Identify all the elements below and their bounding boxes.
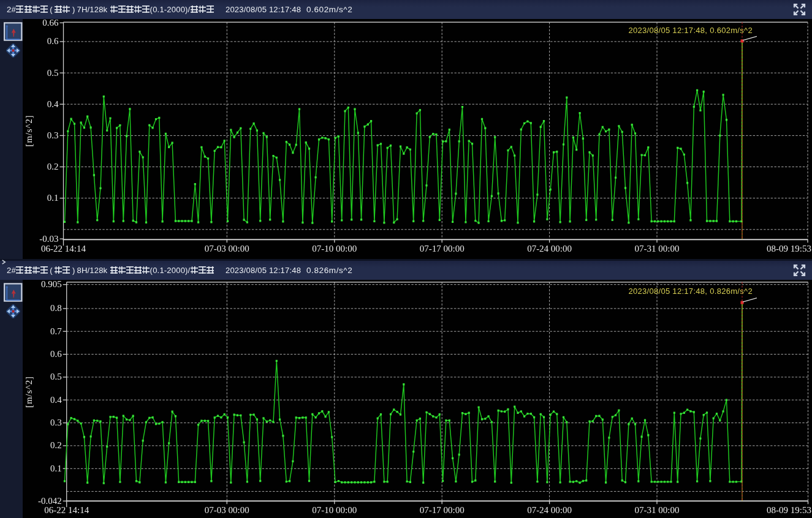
svg-text:08-09 19:53: 08-09 19:53 xyxy=(767,505,811,515)
svg-text:0.6: 0.6 xyxy=(47,36,59,46)
svg-text:0.3: 0.3 xyxy=(47,130,59,140)
svg-text:2023/08/05 12:17:48, 0.602m/s^: 2023/08/05 12:17:48, 0.602m/s^2 xyxy=(628,26,753,35)
svg-text:0.1: 0.1 xyxy=(47,193,59,203)
svg-text:0.4: 0.4 xyxy=(47,99,59,109)
svg-text:06-22 14:14: 06-22 14:14 xyxy=(44,505,89,515)
svg-text:0.3: 0.3 xyxy=(50,418,62,427)
svg-text:[m/s^2]: [m/s^2] xyxy=(24,376,34,408)
svg-text:0.2: 0.2 xyxy=(50,440,62,450)
svg-text:0.5: 0.5 xyxy=(47,68,59,78)
svg-text:07-24 00:00: 07-24 00:00 xyxy=(527,244,572,253)
svg-text:06-22 14:14: 06-22 14:14 xyxy=(41,244,86,253)
svg-text:07-03 00:00: 07-03 00:00 xyxy=(205,244,249,253)
svg-text:07-24 00:00: 07-24 00:00 xyxy=(527,505,572,515)
svg-text:0.2: 0.2 xyxy=(47,162,59,171)
svg-text:07-17 00:00: 07-17 00:00 xyxy=(420,244,465,253)
svg-text:0.7: 0.7 xyxy=(50,326,62,336)
svg-text:07-31 00:00: 07-31 00:00 xyxy=(635,244,680,253)
svg-text:07-17 00:00: 07-17 00:00 xyxy=(420,505,465,515)
svg-text:-0.042: -0.042 xyxy=(38,496,62,506)
svg-text:07-31 00:00: 07-31 00:00 xyxy=(635,505,680,515)
svg-text:0.6: 0.6 xyxy=(50,349,62,359)
svg-text:-0.03: -0.03 xyxy=(39,234,58,244)
svg-text:07-10 00:00: 07-10 00:00 xyxy=(312,244,357,253)
svg-text:07-03 00:00: 07-03 00:00 xyxy=(205,505,249,515)
svg-text:2023/08/05 12:17:48, 0.826m/s^: 2023/08/05 12:17:48, 0.826m/s^2 xyxy=(628,287,753,296)
svg-text:0.905: 0.905 xyxy=(41,280,62,289)
svg-text:[m/s^2]: [m/s^2] xyxy=(24,115,34,147)
svg-text:08-09 19:53: 08-09 19:53 xyxy=(767,244,811,253)
svg-text:0.66: 0.66 xyxy=(42,19,59,28)
svg-text:07-10 00:00: 07-10 00:00 xyxy=(312,505,357,515)
svg-text:0.1: 0.1 xyxy=(50,464,62,473)
svg-text:0.4: 0.4 xyxy=(50,395,62,405)
svg-text:0.8: 0.8 xyxy=(50,303,62,313)
svg-text:0.5: 0.5 xyxy=(50,372,62,381)
